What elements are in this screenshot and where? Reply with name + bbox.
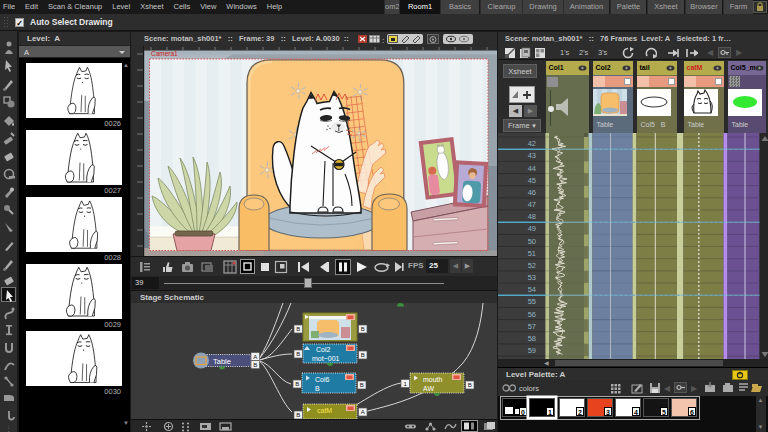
svg-text:catM: catM — [317, 407, 332, 414]
svg-text:52: 52 — [528, 261, 536, 270]
svg-text:49: 49 — [528, 224, 536, 233]
svg-text:AW: AW — [423, 385, 434, 392]
svg-text:45: 45 — [528, 176, 536, 185]
svg-text:54: 54 — [528, 285, 536, 294]
svg-text:57: 57 — [528, 322, 536, 331]
svg-text:mot~001: mot~001 — [312, 355, 340, 362]
svg-text:mouth: mouth — [423, 376, 443, 383]
svg-text:A: A — [361, 409, 365, 415]
svg-text:53: 53 — [528, 273, 536, 282]
svg-text:48: 48 — [528, 212, 536, 221]
svg-text:B: B — [253, 362, 257, 368]
svg-text:Col6: Col6 — [315, 376, 330, 383]
svg-text:B: B — [296, 412, 300, 418]
svg-text:B: B — [296, 351, 300, 357]
svg-text:B: B — [295, 381, 299, 387]
svg-text:56: 56 — [528, 310, 536, 319]
svg-text:58: 58 — [528, 334, 536, 343]
svg-text:55: 55 — [528, 297, 536, 306]
svg-text:Col2: Col2 — [316, 346, 331, 353]
svg-text:Table: Table — [213, 357, 231, 366]
svg-text:B: B — [360, 382, 364, 388]
svg-text:A: A — [253, 354, 257, 360]
svg-text:B: B — [361, 352, 365, 358]
svg-text:B: B — [468, 382, 472, 388]
svg-text:B: B — [315, 385, 320, 392]
svg-text:44: 44 — [528, 164, 536, 173]
svg-text:59: 59 — [528, 346, 536, 355]
svg-text:46: 46 — [528, 188, 536, 197]
svg-text:50: 50 — [528, 237, 536, 246]
svg-text:42: 42 — [528, 139, 536, 148]
svg-text:Camera1: Camera1 — [151, 50, 178, 57]
svg-text:B: B — [361, 326, 365, 332]
svg-text:51: 51 — [528, 249, 536, 258]
svg-text:B: B — [296, 326, 300, 332]
svg-text:47: 47 — [528, 200, 536, 209]
svg-text:43: 43 — [528, 151, 536, 160]
